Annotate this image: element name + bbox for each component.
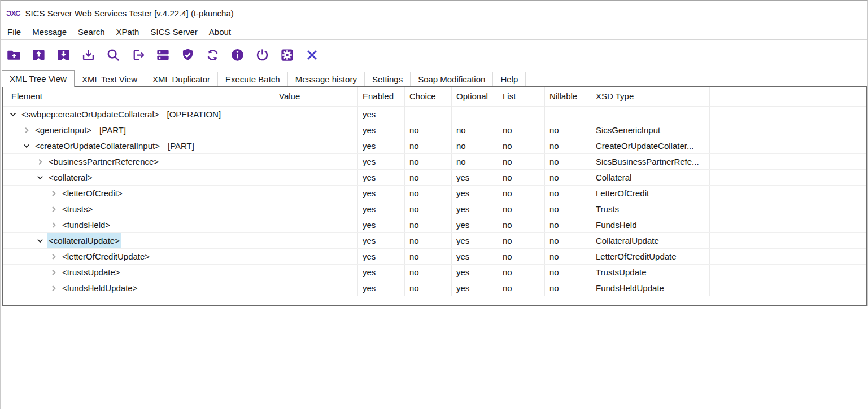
value-cell (274, 154, 358, 169)
tab-settings[interactable]: Settings (365, 72, 411, 87)
toolbar-search-button[interactable] (104, 46, 121, 63)
element-tag: <letterOfCredit> (60, 186, 124, 201)
column-header-enabled[interactable]: Enabled (358, 87, 405, 107)
nillable-cell: no (545, 170, 591, 185)
xsd-type-cell: TrustsUpdate (591, 265, 710, 280)
table-row[interactable]: <letterOfCreditUpdate>yesnoyesnonoLetter… (3, 249, 866, 265)
chevron-right-icon[interactable] (23, 126, 30, 134)
toolbar-exit-button[interactable] (129, 46, 146, 63)
table-row[interactable]: <letterOfCredit>yesnoyesnonoLetterOfCred… (3, 186, 866, 201)
chevron-down-icon[interactable] (23, 142, 30, 149)
menu-item-about[interactable]: About (203, 25, 237, 39)
table-row[interactable]: <trusts>yesnoyesnonoTrusts (3, 201, 866, 217)
enabled-cell: yes (358, 217, 405, 232)
chevron-right-icon[interactable] (50, 221, 57, 228)
element-tag: <trustsUpdate> (60, 265, 122, 280)
tab-soap-modification[interactable]: Soap Modification (411, 72, 493, 87)
menu-item-search[interactable]: Search (72, 25, 111, 39)
element-tag: <genericInput> (33, 122, 93, 138)
chevron-right-icon[interactable] (50, 253, 57, 260)
chevron-right-icon[interactable] (50, 284, 57, 292)
menu-item-message[interactable]: Message (27, 25, 72, 39)
toolbar-shield-check-button[interactable] (179, 46, 196, 63)
chevron-right-icon[interactable] (50, 205, 57, 213)
import-down-icon (56, 47, 71, 63)
menu-item-xpath[interactable]: XPath (111, 25, 145, 39)
toolbar-info-button[interactable] (229, 46, 246, 63)
toolbar-folder-add-button[interactable] (5, 46, 22, 63)
chevron-down-icon[interactable] (36, 174, 43, 181)
toolbar-power-button[interactable] (254, 46, 271, 63)
toolbar-refresh-button[interactable] (204, 46, 221, 63)
optional-cell: yes (452, 201, 498, 217)
xsd-type-cell: CreateOrUpdateCollater... (591, 138, 710, 153)
folder-add-icon (6, 47, 21, 63)
column-header-element[interactable]: Element (3, 87, 274, 107)
enabled-cell: yes (358, 265, 405, 280)
app-logo-icon: ƆXC (6, 9, 20, 17)
table-row[interactable]: <swbpep:createOrUpdateCollateral>[OPERAT… (3, 107, 866, 122)
app-window: ƆXC SICS Server Web Services Tester [v.4… (0, 0, 868, 409)
choice-cell: no (405, 249, 452, 264)
element-tag: <collateral> (47, 170, 94, 185)
list-cell: no (498, 249, 545, 264)
toolbar-settings-button[interactable] (278, 46, 295, 63)
enabled-cell: yes (358, 107, 405, 122)
tab-message-history[interactable]: Message history (288, 72, 365, 87)
tab-xml-text-view[interactable]: XML Text View (75, 72, 145, 87)
toolbar-import-down-button[interactable] (55, 46, 72, 63)
xsd-type-cell: LetterOfCreditUpdate (591, 249, 710, 264)
chevron-down-icon[interactable] (36, 237, 43, 244)
value-cell (274, 170, 358, 185)
column-header-xsd-type[interactable]: XSD Type (591, 87, 710, 107)
column-header-value[interactable]: Value (274, 87, 358, 107)
optional-cell: no (452, 122, 498, 138)
list-cell: no (498, 265, 545, 280)
tab-help[interactable]: Help (493, 72, 526, 87)
tab-xml-duplicator[interactable]: XML Duplicator (145, 72, 218, 87)
table-row[interactable]: <fundsHeld>yesnoyesnonoFundsHeld (3, 217, 866, 233)
table-row[interactable]: <trustsUpdate>yesnoyesnonoTrustsUpdate (3, 265, 866, 280)
tab-xml-tree-view[interactable]: XML Tree View (2, 70, 75, 87)
power-icon (255, 47, 270, 63)
toolbar-export-up-button[interactable] (30, 46, 47, 63)
chevron-right-icon[interactable] (36, 158, 43, 165)
menu-item-sics-server[interactable]: SICS Server (145, 25, 203, 39)
toolbar-server-button[interactable] (154, 46, 171, 63)
column-header-nillable[interactable]: Nillable (545, 87, 591, 107)
column-header-list[interactable]: List (498, 87, 545, 107)
list-cell: no (498, 217, 545, 232)
column-header-optional[interactable]: Optional (452, 87, 498, 107)
optional-cell: yes (452, 217, 498, 232)
choice-cell: no (405, 265, 452, 280)
tab-execute-batch[interactable]: Execute Batch (218, 72, 288, 87)
element-tag: <letterOfCreditUpdate> (60, 249, 151, 264)
table-row[interactable]: <createOrUpdateCollateralInput>[PART]yes… (3, 138, 866, 154)
chevron-down-icon[interactable] (9, 111, 16, 118)
toolbar-close-button[interactable] (303, 46, 320, 63)
table-body: <swbpep:createOrUpdateCollateral>[OPERAT… (3, 107, 866, 296)
table-row[interactable]: <businessPartnerReference>yesnonononoSic… (3, 154, 866, 170)
table-row[interactable]: <fundsHeldUpdate>yesnoyesnonoFundsHeldUp… (3, 280, 866, 296)
enabled-cell: yes (358, 280, 405, 296)
choice-cell: no (405, 280, 452, 296)
chevron-right-icon[interactable] (50, 269, 57, 276)
info-icon (230, 47, 245, 63)
optional-cell: no (452, 138, 498, 153)
toolbar-download-button[interactable] (80, 46, 97, 63)
xsd-type-cell: Collateral (591, 170, 710, 185)
table-row[interactable]: <collateral>yesnoyesnonoCollateral (3, 170, 866, 186)
list-cell: no (498, 170, 545, 185)
close-icon (304, 47, 320, 63)
table-row[interactable]: <collateralUpdate>yesnoyesnonoCollateral… (3, 233, 866, 249)
element-cell: <letterOfCredit> (3, 186, 274, 201)
chevron-right-icon[interactable] (50, 190, 57, 197)
list-cell: no (498, 154, 545, 169)
element-cell: <businessPartnerReference> (3, 154, 274, 169)
column-header-choice[interactable]: Choice (405, 87, 452, 107)
nillable-cell: no (545, 249, 591, 264)
choice-cell: no (405, 122, 452, 138)
table-row[interactable]: <genericInput>[PART]yesnonononoSicsGener… (3, 122, 866, 138)
nillable-cell: no (545, 122, 591, 138)
menu-item-file[interactable]: File (2, 25, 27, 39)
